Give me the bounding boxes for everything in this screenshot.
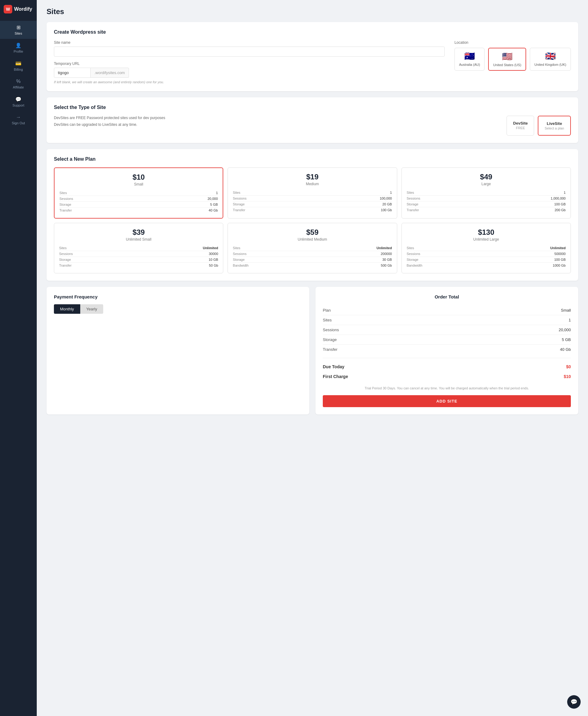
plan-name: Small xyxy=(59,182,218,187)
plan-features: Sites Unlimited Sessions 30000 Storage 1… xyxy=(59,245,218,268)
feature-value: 40 Gb xyxy=(209,209,218,212)
livesite-name: LiveSite xyxy=(545,121,564,126)
feature-value: 500000 xyxy=(554,252,566,256)
sidebar-item-support[interactable]: 💬 Support xyxy=(0,93,37,111)
feature-label: Storage xyxy=(407,202,419,206)
plan-price: $19 xyxy=(233,173,392,181)
location-us[interactable]: 🇺🇸 United States (US) xyxy=(488,48,526,71)
us-flag: 🇺🇸 xyxy=(493,51,521,62)
feature-value: 1000 Gb xyxy=(553,264,566,267)
plan-feature-row: Sessions 30000 xyxy=(59,251,218,257)
location-label: Location xyxy=(455,40,571,45)
plan-feature-row: Sessions 1,000,000 xyxy=(407,196,566,201)
due-today-label: Due Today xyxy=(323,364,344,369)
feature-label: Storage xyxy=(59,203,71,206)
site-type-info: DevSites are FREE Password protected sit… xyxy=(54,116,499,129)
sidebar-item-signout[interactable]: → Sign Out xyxy=(0,111,37,129)
plan-small[interactable]: $10 Small Sites 1 Sessions 20,000 Storag… xyxy=(54,168,223,219)
feature-label: Transfer xyxy=(407,208,419,212)
frequency-toggle: Monthly Yearly xyxy=(54,304,302,314)
add-site-button[interactable]: ADD SITE xyxy=(323,395,571,407)
site-type-row: DevSites are FREE Password protected sit… xyxy=(54,116,571,136)
plan-feature-row: Transfer 100 Gb xyxy=(233,207,392,213)
plan-feature-row: Storage 5 GB xyxy=(59,202,218,208)
site-type-devsite[interactable]: DevSite FREE xyxy=(506,116,534,136)
url-prefix: tigogo xyxy=(54,68,91,78)
feature-value: 100 Gb xyxy=(381,208,392,212)
sidebar-item-affiliate[interactable]: % Affiliate xyxy=(0,75,37,93)
uk-name: United Kingdom (UK) xyxy=(534,62,566,67)
feature-label: Sessions xyxy=(233,252,247,256)
feature-label: Sites xyxy=(407,191,414,194)
monthly-button[interactable]: Monthly xyxy=(54,304,80,314)
plan-feature-row: Transfer 200 Gb xyxy=(407,207,566,213)
plan-name: Large xyxy=(407,182,566,186)
plan-feature-row: Transfer 50 Gb xyxy=(59,263,218,268)
order-row: Storage5 GB xyxy=(323,335,571,345)
feature-value: Unlimited xyxy=(377,246,392,250)
order-row: PlanSmall xyxy=(323,305,571,315)
order-row-label: Plan xyxy=(323,308,331,312)
order-row: Transfer40 Gb xyxy=(323,345,571,354)
site-type-options: DevSite FREE LiveSite Select a plan xyxy=(506,116,571,136)
plan-feature-row: Sessions 20,000 xyxy=(59,196,218,202)
plan-features: Sites 1 Sessions 1,000,000 Storage 100 G… xyxy=(407,190,566,213)
plan-feature-row: Transfer 40 Gb xyxy=(59,208,218,213)
chat-bubble[interactable]: 💬 xyxy=(567,695,581,709)
yearly-button[interactable]: Yearly xyxy=(80,304,104,314)
feature-label: Bandwidth xyxy=(407,264,422,267)
location-col: Location 🇦🇺 Australia (AU) 🇺🇸 United Sta… xyxy=(455,40,571,71)
livesite-sub: Select a plan xyxy=(545,126,564,130)
sidebar-item-profile[interactable]: 👤 Profile xyxy=(0,39,37,57)
plan-medium[interactable]: $19 Medium Sites 1 Sessions 100,000 Stor… xyxy=(228,168,397,219)
feature-label: Sites xyxy=(59,246,66,250)
plan-unlimited-small[interactable]: $39 Unlimited Small Sites Unlimited Sess… xyxy=(54,223,223,273)
order-row: Sites1 xyxy=(323,315,571,325)
form-hint: If left blank, we will create an awesome… xyxy=(54,80,445,84)
feature-label: Storage xyxy=(59,258,71,261)
location-uk[interactable]: 🇬🇧 United Kingdom (UK) xyxy=(530,48,571,71)
due-today-value: $0 xyxy=(566,364,571,369)
feature-value: 1 xyxy=(390,191,392,194)
create-site-card: Create Wordpress site Site name Temporar… xyxy=(46,22,578,91)
plan-unlimited-medium[interactable]: $59 Unlimited Medium Sites Unlimited Ses… xyxy=(228,223,397,273)
site-type-desc1: DevSites are FREE Password protected sit… xyxy=(54,116,499,120)
plan-feature-row: Storage 10 GB xyxy=(59,257,218,263)
plan-features: Sites Unlimited Sessions 200000 Storage … xyxy=(233,245,392,268)
chat-icon: 💬 xyxy=(570,698,577,705)
plan-unlimited-large[interactable]: $130 Unlimited Large Sites Unlimited Ses… xyxy=(401,223,571,273)
site-type-livesite[interactable]: LiveSite Select a plan xyxy=(538,116,571,136)
plan-price: $49 xyxy=(407,173,566,181)
order-card: Order Total PlanSmallSites1Sessions20,00… xyxy=(315,287,578,414)
bottom-row: Payment Frequency Monthly Yearly Order T… xyxy=(46,287,578,420)
feature-value: 1 xyxy=(564,191,566,194)
sidebar-item-sites[interactable]: ⊞ Sites xyxy=(0,21,37,39)
plan-feature-row: Sites Unlimited xyxy=(59,245,218,251)
due-today-row: Due Today $0 xyxy=(323,362,571,372)
feature-value: 100 GB xyxy=(554,202,566,206)
feature-value: 5 GB xyxy=(210,203,218,206)
sidebar-item-billing[interactable]: 💳 Billing xyxy=(0,57,37,75)
plan-features: Sites Unlimited Sessions 500000 Storage … xyxy=(407,245,566,268)
plan-feature-row: Sites Unlimited xyxy=(407,245,566,251)
feature-label: Sites xyxy=(59,191,67,195)
order-row: Sessions20,000 xyxy=(323,325,571,335)
sidebar-nav: ⊞ Sites 👤 Profile 💳 Billing % Affiliate … xyxy=(0,18,37,716)
plan-feature-row: Bandwidth 500 Gb xyxy=(233,263,392,268)
au-name: Australia (AU) xyxy=(459,62,480,67)
plans-card: Select a New Plan $10 Small Sites 1 Sess… xyxy=(46,149,578,281)
logo-icon: W xyxy=(4,5,12,14)
create-site-title: Create Wordpress site xyxy=(54,29,571,35)
plan-name: Unlimited Small xyxy=(59,237,218,241)
affiliate-icon: % xyxy=(16,79,21,84)
site-name-input[interactable] xyxy=(54,46,445,57)
logo[interactable]: W Wordify xyxy=(0,0,37,18)
plan-large[interactable]: $49 Large Sites 1 Sessions 1,000,000 Sto… xyxy=(401,168,571,219)
sidebar-item-label: Sites xyxy=(15,31,22,35)
plan-feature-row: Sessions 500000 xyxy=(407,251,566,257)
order-row-label: Transfer xyxy=(323,347,337,352)
location-au[interactable]: 🇦🇺 Australia (AU) xyxy=(455,48,484,71)
plans-grid: $10 Small Sites 1 Sessions 20,000 Storag… xyxy=(54,168,571,273)
feature-value: 500 Gb xyxy=(381,264,392,267)
sidebar-item-label: Profile xyxy=(14,49,23,53)
